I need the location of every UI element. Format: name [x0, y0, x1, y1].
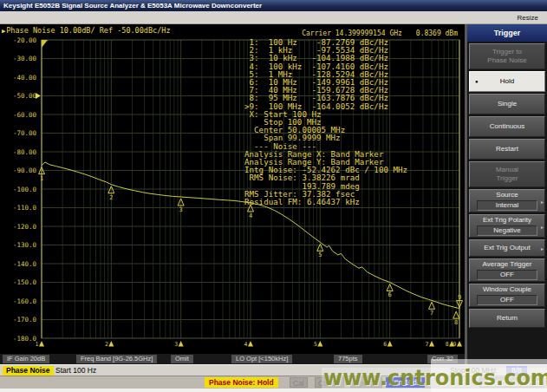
measurement-screen: 112233445566778899 ▶Phase Noise 10.00dB/… — [0, 24, 465, 354]
y-tick-label: -90.00 — [13, 167, 36, 174]
measurement-tag: Phase Noise — [3, 366, 54, 376]
selected-bullet-icon: ● — [475, 79, 479, 84]
y-tick-label: -100.0 — [13, 186, 36, 193]
config-summary-bar: IF Gain 20dBFreq Band [9G-26.5GHz]OmitLO… — [0, 354, 465, 364]
y-tick-label: -170.0 — [13, 316, 36, 323]
y-tick-label: -70.00 — [13, 129, 36, 137]
cal-indicator: Cal — [290, 377, 308, 388]
svg-text:7: 7 — [426, 341, 429, 348]
softkey-return[interactable]: Return — [469, 309, 545, 328]
svg-text:4: 4 — [244, 341, 248, 348]
svg-text:1: 1 — [40, 175, 43, 182]
window-titlebar[interactable]: Keysight E5052B Signal Source Analyzer &… — [0, 0, 547, 11]
svg-text:6: 6 — [388, 291, 392, 298]
softkey-restart[interactable]: Restart — [469, 139, 545, 160]
softkey-trigger-to-phase-noise: Trigger toPhase Noise — [469, 43, 545, 69]
y-tick-label: -20.00 — [13, 36, 36, 44]
svg-text:5: 5 — [314, 341, 317, 348]
softkey-average-trigger[interactable]: Average TriggerOFF — [469, 258, 545, 282]
config-item-omit: Omit — [171, 355, 193, 363]
svg-text:9: 9 — [458, 294, 461, 301]
softkey-window-couple[interactable]: Window CoupleOFF — [469, 284, 545, 307]
svg-text:4: 4 — [249, 212, 252, 219]
softkey-hold[interactable]: ●Hold — [469, 71, 545, 92]
config-item-775pts: 775pts — [334, 355, 362, 363]
svg-text:9: 9 — [453, 341, 457, 348]
softkey-menu-title: Trigger — [467, 24, 547, 42]
config-item-freq-band-9g-26-5ghz: Freq Band [9G-26.5GHz] — [76, 355, 157, 363]
y-tick-label: -60.00 — [13, 111, 36, 119]
watermark: www.cntronics.com — [322, 368, 547, 389]
config-item-if-gain-20db: IF Gain 20dB — [3, 355, 49, 363]
config-item-lo-opt-150khz: LO Opt [<150kHz] — [231, 355, 292, 363]
resize-button[interactable]: Resize — [518, 14, 538, 22]
softkey-sidebar: Trigger Trigger toPhase Noise●HoldSingle… — [465, 24, 547, 364]
y-tick-label: -120.0 — [13, 223, 36, 231]
marker-readout: 1: 100 Hz -87.2769 dBc/Hz 2: 1 kHz -97.5… — [244, 38, 407, 206]
resize-bar: Resize — [0, 11, 547, 24]
softkey-ext-trig-output[interactable]: Ext Trig Output▸ — [469, 239, 545, 257]
y-tick-label: -40.00 — [13, 74, 36, 82]
y-tick-label: -150.0 — [13, 278, 36, 286]
y-tick-label: -80.00 — [13, 148, 36, 156]
softkey-manual-trigger: ManualTrigger — [469, 161, 545, 187]
y-tick-label: -110.0 — [13, 204, 36, 212]
softkey-source[interactable]: SourceInternal▸ — [469, 189, 545, 212]
svg-text:2: 2 — [109, 194, 113, 201]
y-tick-label: -180.0 — [13, 335, 36, 343]
softkey-continuous[interactable]: Continuous — [469, 116, 545, 137]
app-window: Keysight E5052B Signal Source Analyzer &… — [0, 0, 547, 392]
svg-text:8: 8 — [446, 341, 449, 348]
y-tick-label: -160.0 — [13, 297, 36, 305]
svg-text:3: 3 — [174, 341, 178, 348]
svg-text:2: 2 — [105, 341, 108, 348]
y-tick-label: -30.00 — [13, 55, 36, 62]
y-tick-label: -140.0 — [13, 260, 36, 268]
svg-text:5: 5 — [318, 252, 322, 258]
submenu-arrow-icon: ▸ — [541, 223, 544, 229]
svg-text:8: 8 — [454, 319, 458, 326]
softkey-single[interactable]: Single — [469, 94, 545, 114]
y-tick-label: -130.0 — [13, 241, 36, 249]
start-frequency-label: Start 100 Hz — [55, 366, 96, 376]
measurement-status-badge: Phase Noise: Hold — [205, 377, 278, 388]
submenu-arrow-icon: ▸ — [541, 245, 544, 252]
carrier-readout: Carrier 14.399999154 GHz 0.8369 dBm — [302, 29, 458, 37]
svg-text:3: 3 — [179, 206, 183, 213]
window-title: Keysight E5052B Signal Source Analyzer &… — [3, 2, 262, 10]
svg-text:6: 6 — [383, 341, 387, 348]
svg-text:7: 7 — [430, 310, 433, 317]
y-tick-label: -50.00 — [13, 92, 36, 100]
softkey-ext-trig-polarity[interactable]: Ext Trig PolarityNegative▸ — [469, 214, 545, 238]
y-axis-labels: -20.00-30.00-40.00-50.00-60.00-70.00-80.… — [0, 24, 40, 354]
submenu-arrow-icon: ▸ — [541, 198, 544, 204]
carrier-power: 0.8369 dBm — [416, 29, 458, 37]
carrier-frequency: Carrier 14.399999154 GHz — [302, 29, 402, 37]
